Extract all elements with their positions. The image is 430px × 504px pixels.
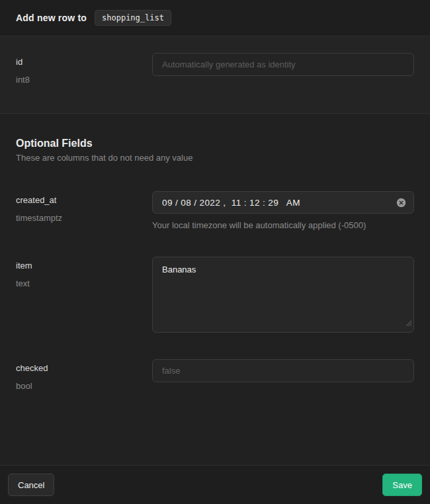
field-type-created-at: timestamptz: [16, 213, 152, 224]
id-label-column: id int8: [16, 53, 152, 85]
field-row-id: id int8: [16, 53, 414, 85]
created-at-value: 09 / 08 / 2022 , 11 : 12 : 29 AM: [162, 198, 300, 208]
circle-x-icon: [396, 198, 406, 208]
table-name-badge: shopping_list: [95, 10, 171, 26]
created-at-input[interactable]: 09 / 08 / 2022 , 11 : 12 : 29 AM: [152, 191, 414, 214]
created-at-label-column: created_at timestamptz: [16, 191, 152, 230]
checked-control-column: [152, 359, 414, 392]
clear-datetime-button[interactable]: [396, 197, 406, 208]
field-row-checked: checked bool: [16, 359, 414, 392]
panel-title: Add new row to: [16, 13, 87, 23]
checked-label-column: checked bool: [16, 359, 152, 392]
field-type-item: text: [16, 278, 152, 289]
id-control-column: [152, 53, 414, 85]
field-label-item: item: [16, 261, 152, 271]
id-input[interactable]: [152, 53, 414, 76]
item-textarea[interactable]: Bananas: [152, 257, 414, 333]
panel-header: Add new row to shopping_list: [0, 0, 430, 36]
created-at-control-column: 09 / 08 / 2022 , 11 : 12 : 29 AM Your lo…: [152, 191, 414, 230]
field-label-created-at: created_at: [16, 195, 152, 206]
field-label-id: id: [16, 57, 152, 67]
field-type-checked: bool: [16, 381, 152, 392]
panel-footer: Cancel Save: [0, 465, 430, 504]
optional-fields-section: Optional Fields These are columns that d…: [0, 114, 430, 392]
optional-fields-heading: Optional Fields: [16, 138, 414, 149]
checked-input[interactable]: [152, 359, 414, 382]
field-label-checked: checked: [16, 363, 152, 374]
save-button[interactable]: Save: [382, 474, 422, 496]
item-label-column: item text: [16, 257, 152, 333]
cancel-button[interactable]: Cancel: [8, 474, 54, 496]
timezone-helper-text: Your local timezone will be automaticall…: [152, 220, 414, 230]
item-control-column: Bananas: [152, 257, 414, 333]
optional-fields-subtitle: These are columns that do not need any v…: [16, 153, 414, 163]
field-row-item: item text Bananas: [16, 257, 414, 333]
add-row-panel: Add new row to shopping_list id int8 Opt…: [0, 0, 430, 504]
field-type-id: int8: [16, 75, 152, 85]
required-fields-section: id int8: [0, 36, 430, 114]
field-row-created-at: created_at timestamptz 09 / 08 / 2022 , …: [16, 191, 414, 230]
